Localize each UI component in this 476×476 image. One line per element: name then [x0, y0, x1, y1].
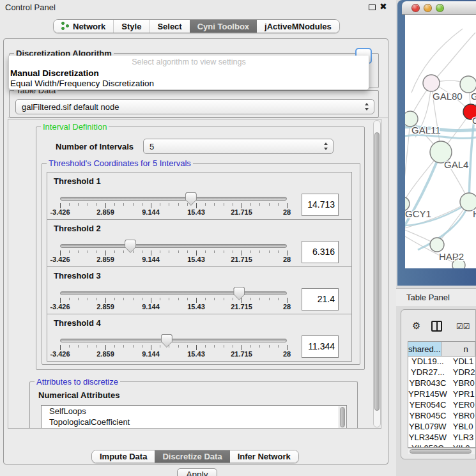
tab-impute-data[interactable]: Impute Data [92, 450, 155, 463]
slider-track[interactable] [60, 197, 287, 201]
attributes-scrollbar[interactable] [339, 406, 346, 429]
table-row[interactable]: YLR345WYLR3 [408, 433, 475, 443]
table-row[interactable]: YBL079WYBL0 [408, 422, 475, 433]
list-item[interactable]: SelfLoops [42, 406, 346, 417]
number-of-intervals-value: 5 [150, 142, 154, 151]
numerical-attributes-list[interactable]: SelfLoopsTopologicalCoefficientBetweenne… [41, 405, 347, 429]
split-columns-icon[interactable] [431, 321, 442, 332]
tab-discretize-data[interactable]: Discretize Data [155, 450, 229, 463]
attributes-title: Attributes to discretize [35, 377, 120, 387]
node-label: GCY1 [405, 208, 431, 219]
number-of-intervals-label: Number of Intervals [56, 142, 134, 151]
mac-minimize-button[interactable] [424, 4, 432, 12]
minor-tick [178, 250, 179, 253]
network-node-gal80[interactable] [423, 75, 440, 91]
slider-ticks [60, 203, 287, 210]
network-node-hap2[interactable] [430, 238, 444, 252]
minor-tick [259, 298, 260, 300]
mac-zoom-button[interactable] [436, 4, 444, 12]
minor-tick [169, 250, 169, 253]
table-row[interactable]: YER054CYER0 [408, 400, 475, 411]
tab-infer-network[interactable]: Infer Network [230, 450, 298, 463]
minor-tick [224, 203, 224, 206]
gear-icon[interactable]: ⚙ [412, 320, 420, 332]
threshold-value-field[interactable]: 14.713 [302, 194, 339, 216]
cell-name: YBL0 [447, 422, 475, 433]
tick-label: 28 [283, 350, 291, 358]
thresholds-container: Threshold 1 14.713 -3.4262.8599.14415.43… [42, 172, 360, 362]
threshold-row-1: Threshold 1 14.713 -3.4262.8599.14415.43… [47, 172, 352, 220]
minor-tick [133, 298, 134, 300]
interval-definition-title: Interval Definition [41, 122, 109, 132]
minor-tick [187, 298, 188, 300]
tab-label: Style [121, 22, 141, 31]
minor-tick [142, 345, 142, 348]
minor-tick [133, 345, 134, 348]
top-tab-bar: NetworkStyleSelectCyni ToolboxjActiveMNo… [53, 19, 340, 33]
threshold-value-field[interactable]: 11.344 [302, 335, 339, 358]
table-data-combobox[interactable]: galFiltered.sif default node [15, 99, 374, 114]
tick-label: 2.859 [96, 256, 114, 263]
slider-track[interactable] [60, 339, 287, 342]
cell-shared-name: YBR045C [408, 411, 447, 422]
threshold-value-field[interactable]: 21.4 [302, 288, 339, 311]
slider-track[interactable] [60, 291, 287, 295]
column-header-name[interactable]: n [441, 342, 475, 357]
select-columns-icon[interactable]: ☑☑ [456, 322, 470, 331]
minor-tick [114, 250, 115, 253]
popup-item-equal-width[interactable]: Equal Width/Frequency Discretization [10, 79, 154, 88]
tick-label: -3.426 [50, 303, 70, 311]
table-row[interactable]: YPR145WYPR1 [408, 389, 475, 400]
network-window-titlebar[interactable] [402, 1, 476, 15]
network-nodes[interactable] [405, 75, 476, 268]
table-row[interactable]: YBR045CYBR0 [408, 411, 475, 422]
scrollbar-thumb[interactable] [340, 407, 345, 427]
tab-jactivemnodules[interactable]: jActiveMNodules [257, 20, 339, 33]
main-scrollbar[interactable] [373, 120, 381, 427]
scrollbar-thumb[interactable] [374, 132, 380, 411]
tab-style[interactable]: Style [113, 20, 149, 33]
network-canvas[interactable]: GAL80GCGAL11GAL4GCY1HHAP2 [405, 15, 476, 268]
major-tick [196, 203, 197, 208]
apply-button[interactable]: Apply [177, 468, 217, 476]
node-label: G [471, 91, 476, 102]
major-tick [242, 298, 242, 303]
minor-tick [78, 345, 79, 348]
node-attribute-table[interactable]: shared... n YDL19...YDL1YDR27...YDR2YBR0… [408, 341, 475, 448]
minor-tick [178, 345, 179, 348]
cell-name: YBR0 [447, 378, 475, 389]
threshold-label: Threshold 4 [54, 318, 101, 328]
list-item[interactable]: BetweennessCentrality [42, 427, 346, 429]
float-window-icon[interactable] [369, 4, 376, 10]
minor-tick [224, 298, 224, 300]
mac-close-button[interactable] [411, 4, 420, 12]
table-row[interactable]: YDL19...YDL1 [408, 357, 475, 367]
slider-track[interactable] [60, 244, 287, 248]
popup-item-manual-discretization[interactable]: Manual Discretization [10, 68, 99, 78]
number-of-intervals-combobox[interactable]: 5 [143, 139, 334, 154]
tick-label: 21.715 [231, 256, 252, 263]
tab-label: jActiveMNodules [265, 22, 332, 31]
column-header-shared-name[interactable]: shared... [408, 342, 441, 357]
table-row[interactable]: YIL052CYIL0 [408, 443, 475, 448]
network-view-window: GAL80GCGAL11GAL4GCY1HHAP2 [397, 0, 476, 286]
table-horizontal-scrollbar[interactable] [408, 448, 475, 454]
table-row[interactable]: YBR043CYBR0 [408, 378, 475, 389]
algorithm-dropdown-popup: Select algorithm to view settings Manual… [8, 56, 369, 90]
tab-select[interactable]: Select [149, 20, 189, 33]
minor-tick [160, 250, 160, 253]
threshold-value-field[interactable]: 6.316 [302, 241, 339, 263]
minor-tick [205, 250, 206, 253]
close-icon[interactable]: ✖ [380, 1, 387, 12]
tab-cyni-toolbox[interactable]: Cyni Toolbox [190, 20, 257, 33]
node-label: GAL80 [433, 91, 463, 102]
scrollbar-thumb[interactable] [410, 449, 472, 454]
minor-tick [169, 203, 169, 206]
tab-network[interactable]: Network [54, 20, 113, 33]
list-item[interactable]: TopologicalCoefficient [42, 417, 346, 427]
minor-tick [78, 298, 79, 300]
table-row[interactable]: YDR27...YDR2 [408, 367, 475, 378]
tick-label: 9.144 [142, 208, 160, 216]
control-panel-title: Control Panel [5, 3, 56, 12]
attributes-group: Attributes to discretize Numerical Attri… [29, 381, 358, 429]
